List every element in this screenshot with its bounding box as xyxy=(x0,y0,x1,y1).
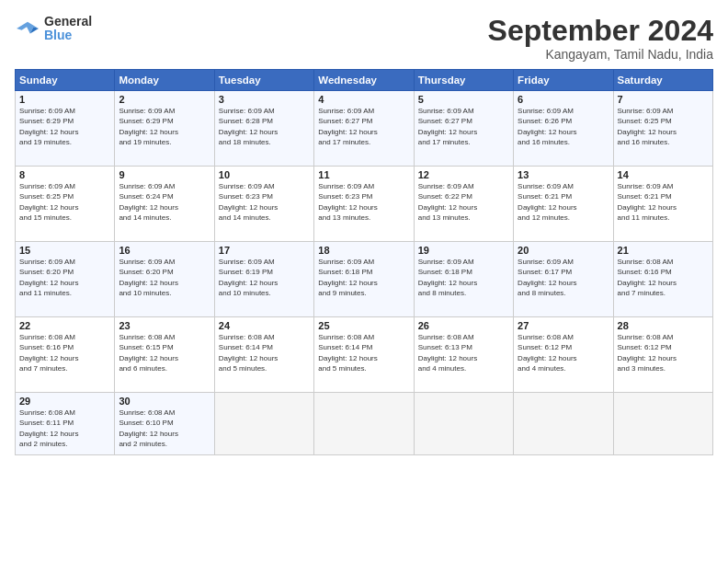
calendar-table: SundayMondayTuesdayWednesdayThursdayFrid… xyxy=(15,69,713,455)
day-info: Sunrise: 6:09 AM Sunset: 6:27 PM Dayligh… xyxy=(418,106,509,147)
calendar-cell: 17Sunrise: 6:09 AM Sunset: 6:19 PM Dayli… xyxy=(214,242,313,317)
week-row-4: 22Sunrise: 6:08 AM Sunset: 6:16 PM Dayli… xyxy=(16,317,713,393)
day-number: 24 xyxy=(219,320,310,331)
day-number: 15 xyxy=(19,245,110,256)
day-info: Sunrise: 6:09 AM Sunset: 6:26 PM Dayligh… xyxy=(518,106,609,147)
week-row-3: 15Sunrise: 6:09 AM Sunset: 6:20 PM Dayli… xyxy=(16,242,713,317)
day-number: 30 xyxy=(119,396,210,407)
day-number: 21 xyxy=(618,245,709,256)
calendar-cell: 18Sunrise: 6:09 AM Sunset: 6:18 PM Dayli… xyxy=(314,242,414,317)
day-number: 12 xyxy=(418,169,509,180)
calendar-cell: 29Sunrise: 6:08 AM Sunset: 6:11 PM Dayli… xyxy=(16,393,115,455)
calendar-cell: 16Sunrise: 6:09 AM Sunset: 6:20 PM Dayli… xyxy=(115,242,214,317)
calendar-cell: 4Sunrise: 6:09 AM Sunset: 6:27 PM Daylig… xyxy=(314,91,414,167)
day-number: 28 xyxy=(618,320,709,331)
day-number: 10 xyxy=(219,169,310,180)
calendar-cell: 26Sunrise: 6:08 AM Sunset: 6:13 PM Dayli… xyxy=(414,317,513,393)
calendar-cell xyxy=(613,393,712,455)
day-number: 2 xyxy=(119,94,210,105)
calendar-cell: 27Sunrise: 6:08 AM Sunset: 6:12 PM Dayli… xyxy=(514,317,613,393)
day-number: 26 xyxy=(418,320,509,331)
day-info: Sunrise: 6:08 AM Sunset: 6:14 PM Dayligh… xyxy=(318,332,409,373)
location-subtitle: Kangayam, Tamil Nadu, India xyxy=(488,47,713,62)
calendar-cell: 6Sunrise: 6:09 AM Sunset: 6:26 PM Daylig… xyxy=(514,91,613,167)
calendar-cell: 7Sunrise: 6:09 AM Sunset: 6:25 PM Daylig… xyxy=(613,91,712,167)
day-number: 8 xyxy=(19,169,110,180)
col-header-saturday: Saturday xyxy=(613,70,712,91)
month-title: September 2024 xyxy=(488,15,713,47)
logo-text-line1: General xyxy=(44,15,92,29)
day-number: 27 xyxy=(518,320,609,331)
day-number: 23 xyxy=(119,320,210,331)
calendar-cell: 28Sunrise: 6:08 AM Sunset: 6:12 PM Dayli… xyxy=(613,317,712,393)
day-info: Sunrise: 6:09 AM Sunset: 6:24 PM Dayligh… xyxy=(119,181,210,223)
calendar-cell: 1Sunrise: 6:09 AM Sunset: 6:29 PM Daylig… xyxy=(16,91,115,167)
calendar-cell: 11Sunrise: 6:09 AM Sunset: 6:23 PM Dayli… xyxy=(314,167,414,242)
col-header-monday: Monday xyxy=(115,70,214,91)
calendar-cell: 12Sunrise: 6:09 AM Sunset: 6:22 PM Dayli… xyxy=(414,167,513,242)
calendar-cell: 24Sunrise: 6:08 AM Sunset: 6:14 PM Dayli… xyxy=(214,317,313,393)
day-number: 22 xyxy=(19,320,110,331)
day-number: 18 xyxy=(318,245,409,256)
day-number: 6 xyxy=(518,94,609,105)
calendar-cell xyxy=(414,393,513,455)
calendar-cell: 13Sunrise: 6:09 AM Sunset: 6:21 PM Dayli… xyxy=(514,167,613,242)
day-number: 14 xyxy=(618,169,709,180)
day-number: 16 xyxy=(119,245,210,256)
col-header-thursday: Thursday xyxy=(414,70,513,91)
day-info: Sunrise: 6:08 AM Sunset: 6:16 PM Dayligh… xyxy=(618,257,709,298)
day-info: Sunrise: 6:09 AM Sunset: 6:21 PM Dayligh… xyxy=(518,181,609,223)
calendar-cell: 9Sunrise: 6:09 AM Sunset: 6:24 PM Daylig… xyxy=(115,167,214,242)
calendar-cell: 2Sunrise: 6:09 AM Sunset: 6:29 PM Daylig… xyxy=(115,91,214,167)
day-info: Sunrise: 6:09 AM Sunset: 6:22 PM Dayligh… xyxy=(418,181,509,223)
week-row-2: 8Sunrise: 6:09 AM Sunset: 6:25 PM Daylig… xyxy=(16,167,713,242)
calendar-cell: 20Sunrise: 6:09 AM Sunset: 6:17 PM Dayli… xyxy=(514,242,613,317)
day-info: Sunrise: 6:08 AM Sunset: 6:12 PM Dayligh… xyxy=(618,332,709,373)
week-row-1: 1Sunrise: 6:09 AM Sunset: 6:29 PM Daylig… xyxy=(16,91,713,167)
day-info: Sunrise: 6:09 AM Sunset: 6:19 PM Dayligh… xyxy=(219,257,310,298)
col-header-friday: Friday xyxy=(514,70,613,91)
header-row: SundayMondayTuesdayWednesdayThursdayFrid… xyxy=(16,70,713,91)
day-number: 1 xyxy=(19,94,110,105)
col-header-sunday: Sunday xyxy=(16,70,115,91)
day-number: 17 xyxy=(219,245,310,256)
day-info: Sunrise: 6:09 AM Sunset: 6:27 PM Dayligh… xyxy=(318,106,409,147)
header: General Blue September 2024 Kangayam, Ta… xyxy=(15,15,713,62)
logo: General Blue xyxy=(15,15,92,43)
page: General Blue September 2024 Kangayam, Ta… xyxy=(0,0,728,563)
day-info: Sunrise: 6:09 AM Sunset: 6:18 PM Dayligh… xyxy=(418,257,509,298)
logo-icon xyxy=(15,18,40,39)
day-info: Sunrise: 6:08 AM Sunset: 6:13 PM Dayligh… xyxy=(418,332,509,373)
col-header-wednesday: Wednesday xyxy=(314,70,414,91)
calendar-cell: 30Sunrise: 6:08 AM Sunset: 6:10 PM Dayli… xyxy=(115,393,214,455)
calendar-cell: 10Sunrise: 6:09 AM Sunset: 6:23 PM Dayli… xyxy=(214,167,313,242)
calendar-cell: 23Sunrise: 6:08 AM Sunset: 6:15 PM Dayli… xyxy=(115,317,214,393)
day-number: 3 xyxy=(219,94,310,105)
day-number: 25 xyxy=(318,320,409,331)
calendar-cell: 15Sunrise: 6:09 AM Sunset: 6:20 PM Dayli… xyxy=(16,242,115,317)
logo-text-line2: Blue xyxy=(44,29,92,42)
day-number: 9 xyxy=(119,169,210,180)
calendar-cell: 8Sunrise: 6:09 AM Sunset: 6:25 PM Daylig… xyxy=(16,167,115,242)
calendar-cell xyxy=(314,393,414,455)
day-info: Sunrise: 6:09 AM Sunset: 6:25 PM Dayligh… xyxy=(618,106,709,147)
day-info: Sunrise: 6:08 AM Sunset: 6:11 PM Dayligh… xyxy=(19,408,110,449)
day-info: Sunrise: 6:08 AM Sunset: 6:14 PM Dayligh… xyxy=(219,332,310,373)
calendar-cell xyxy=(214,393,313,455)
day-info: Sunrise: 6:08 AM Sunset: 6:10 PM Dayligh… xyxy=(119,408,210,449)
day-info: Sunrise: 6:08 AM Sunset: 6:16 PM Dayligh… xyxy=(19,332,110,373)
day-info: Sunrise: 6:09 AM Sunset: 6:20 PM Dayligh… xyxy=(19,257,110,298)
day-info: Sunrise: 6:08 AM Sunset: 6:12 PM Dayligh… xyxy=(518,332,609,373)
day-info: Sunrise: 6:09 AM Sunset: 6:23 PM Dayligh… xyxy=(318,181,409,223)
day-number: 13 xyxy=(518,169,609,180)
day-info: Sunrise: 6:09 AM Sunset: 6:29 PM Dayligh… xyxy=(119,106,210,147)
calendar-cell: 21Sunrise: 6:08 AM Sunset: 6:16 PM Dayli… xyxy=(613,242,712,317)
day-number: 4 xyxy=(318,94,409,105)
day-info: Sunrise: 6:08 AM Sunset: 6:15 PM Dayligh… xyxy=(119,332,210,373)
calendar-cell: 14Sunrise: 6:09 AM Sunset: 6:21 PM Dayli… xyxy=(613,167,712,242)
day-number: 11 xyxy=(318,169,409,180)
day-info: Sunrise: 6:09 AM Sunset: 6:21 PM Dayligh… xyxy=(618,181,709,223)
calendar-cell: 22Sunrise: 6:08 AM Sunset: 6:16 PM Dayli… xyxy=(16,317,115,393)
calendar-cell: 25Sunrise: 6:08 AM Sunset: 6:14 PM Dayli… xyxy=(314,317,414,393)
day-info: Sunrise: 6:09 AM Sunset: 6:28 PM Dayligh… xyxy=(219,106,310,147)
